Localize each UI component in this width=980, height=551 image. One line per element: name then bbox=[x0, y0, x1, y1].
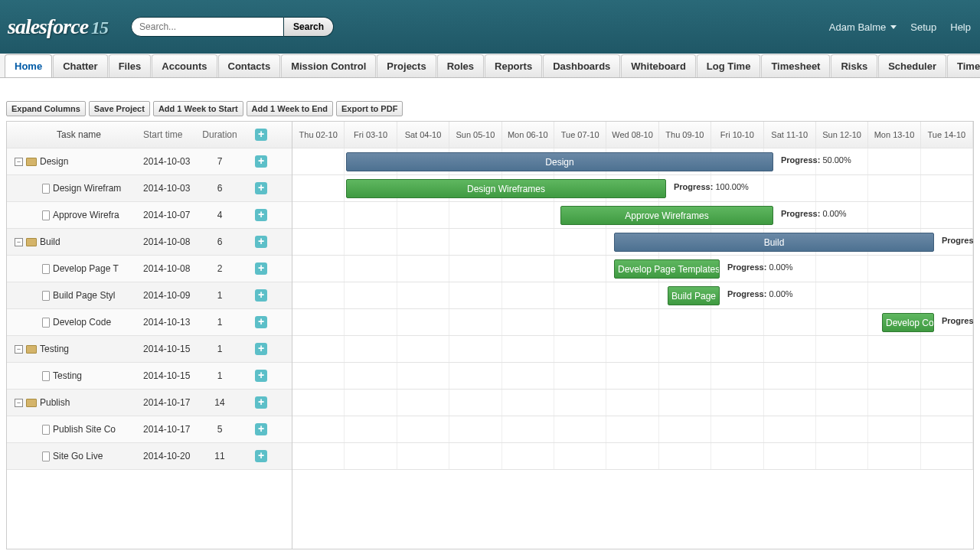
timeline-day: Sun 05-10 bbox=[449, 122, 501, 148]
gantt-chart: Task name Start time Duration + −Design2… bbox=[6, 121, 974, 549]
gantt-bar[interactable]: Develop Page Templates bbox=[614, 259, 720, 279]
task-row[interactable]: Testing2014-10-151+ bbox=[7, 363, 292, 390]
tab-scheduler[interactable]: Scheduler bbox=[878, 54, 946, 77]
header-bar: salesforce15 Search Adam Balme Setup Hel… bbox=[0, 0, 980, 54]
gantt-bar[interactable]: Design Wireframes bbox=[346, 179, 666, 198]
task-row[interactable]: Develop Code2014-10-131+ bbox=[7, 309, 292, 336]
task-start-label: 2014-10-03 bbox=[143, 183, 194, 194]
gantt-bar[interactable]: Approve Wireframes bbox=[560, 206, 773, 225]
help-link[interactable]: Help bbox=[950, 21, 971, 33]
collapse-icon[interactable]: − bbox=[15, 158, 23, 166]
task-duration-label: 14 bbox=[194, 397, 246, 408]
task-row[interactable]: Approve Wirefra2014-10-074+ bbox=[7, 202, 292, 229]
task-row[interactable]: −Build2014-10-086+ bbox=[7, 229, 292, 256]
expand-columns-button[interactable]: Expand Columns bbox=[6, 101, 86, 116]
tab-risks[interactable]: Risks bbox=[831, 54, 877, 77]
gantt-bar[interactable]: Design bbox=[346, 152, 773, 171]
timeline-header: Thu 02-10Fri 03-10Sat 04-10Sun 05-10Mon … bbox=[292, 122, 973, 148]
timeline-day: Sat 04-10 bbox=[397, 122, 449, 148]
tab-roles[interactable]: Roles bbox=[437, 54, 484, 77]
tab-contacts[interactable]: Contacts bbox=[218, 54, 281, 77]
task-row[interactable]: Develop Page T2014-10-082+ bbox=[7, 256, 292, 282]
task-name-label: Build bbox=[40, 236, 60, 247]
add-week-start-button[interactable]: Add 1 Week to Start bbox=[153, 101, 243, 116]
task-start-label: 2014-10-17 bbox=[143, 397, 194, 408]
add-task-icon[interactable]: + bbox=[255, 423, 267, 435]
add-column-icon[interactable]: + bbox=[255, 129, 267, 141]
setup-link[interactable]: Setup bbox=[910, 21, 936, 33]
task-start-label: 2014-10-15 bbox=[143, 370, 194, 381]
task-start-label: 2014-10-15 bbox=[143, 344, 194, 354]
caret-down-icon bbox=[890, 25, 897, 29]
task-name-label: Site Go Live bbox=[53, 451, 103, 461]
task-row[interactable]: −Publish2014-10-1714+ bbox=[7, 390, 292, 416]
export-pdf-button[interactable]: Export to PDF bbox=[336, 101, 403, 116]
gantt-bar[interactable]: Build bbox=[614, 233, 934, 252]
document-icon bbox=[42, 184, 50, 194]
col-start-time[interactable]: Start time bbox=[143, 129, 194, 140]
add-task-icon[interactable]: + bbox=[255, 289, 267, 302]
progress-label: Progress: 0.00% bbox=[727, 262, 793, 272]
task-row[interactable]: Publish Site Co2014-10-175+ bbox=[7, 416, 292, 443]
document-icon bbox=[42, 210, 50, 220]
tab-accounts[interactable]: Accounts bbox=[152, 54, 217, 77]
tab-reports[interactable]: Reports bbox=[485, 54, 542, 77]
task-start-label: 2014-10-07 bbox=[143, 210, 194, 220]
tab-home[interactable]: Home bbox=[5, 54, 52, 77]
tab-log-time[interactable]: Log Time bbox=[697, 54, 761, 77]
task-row[interactable]: −Testing2014-10-151+ bbox=[7, 336, 292, 363]
task-duration-label: 7 bbox=[194, 156, 246, 167]
collapse-icon[interactable]: − bbox=[15, 399, 23, 407]
progress-label: Progress: bbox=[942, 316, 973, 325]
add-task-icon[interactable]: + bbox=[255, 396, 267, 409]
task-row[interactable]: Site Go Live2014-10-2011+ bbox=[7, 443, 292, 470]
task-duration-label: 11 bbox=[194, 451, 246, 461]
tab-files[interactable]: Files bbox=[109, 54, 152, 77]
col-duration[interactable]: Duration bbox=[194, 129, 246, 140]
progress-label: Progress: 100.00% bbox=[674, 182, 749, 191]
collapse-icon[interactable]: − bbox=[15, 345, 23, 354]
progress-label: Progress: 0.00% bbox=[781, 209, 847, 218]
timeline-pane[interactable]: Thu 02-10Fri 03-10Sat 04-10Sun 05-10Mon … bbox=[292, 122, 973, 549]
task-duration-label: 2 bbox=[194, 263, 246, 274]
add-week-end-button[interactable]: Add 1 Week to End bbox=[247, 101, 333, 116]
tab-mission-control[interactable]: Mission Control bbox=[281, 54, 376, 77]
add-task-icon[interactable]: + bbox=[255, 370, 267, 382]
col-task-name[interactable]: Task name bbox=[7, 129, 143, 140]
search-input[interactable] bbox=[131, 17, 284, 37]
document-icon bbox=[42, 452, 50, 461]
save-project-button[interactable]: Save Project bbox=[89, 101, 150, 116]
collapse-icon[interactable]: − bbox=[15, 238, 23, 246]
add-task-icon[interactable]: + bbox=[255, 209, 267, 221]
timeline-day: Wed 08-10 bbox=[606, 122, 658, 148]
task-row[interactable]: Design Wirefram2014-10-036+ bbox=[7, 175, 292, 202]
document-icon bbox=[42, 371, 50, 381]
timeline-day: Sat 11-10 bbox=[764, 122, 816, 148]
add-task-icon[interactable]: + bbox=[255, 155, 267, 168]
add-task-icon[interactable]: + bbox=[255, 450, 267, 462]
add-task-icon[interactable]: + bbox=[255, 316, 267, 328]
add-task-icon[interactable]: + bbox=[255, 262, 267, 275]
tab-time-logger[interactable]: Time Logger bbox=[947, 54, 980, 77]
tab-whiteboard[interactable]: Whiteboard bbox=[621, 54, 696, 77]
gantt-bar[interactable]: Develop Co bbox=[882, 313, 934, 332]
search-button[interactable]: Search bbox=[284, 17, 334, 37]
user-menu[interactable]: Adam Balme bbox=[829, 21, 897, 33]
tab-chatter[interactable]: Chatter bbox=[53, 54, 108, 77]
document-icon bbox=[42, 425, 50, 435]
task-list-pane: Task name Start time Duration + −Design2… bbox=[7, 122, 292, 549]
add-task-icon[interactable]: + bbox=[255, 236, 267, 248]
add-task-icon[interactable]: + bbox=[255, 182, 267, 194]
tab-dashboards[interactable]: Dashboards bbox=[543, 54, 620, 77]
tab-timesheet[interactable]: Timesheet bbox=[761, 54, 830, 77]
timeline-day: Mon 13-10 bbox=[868, 122, 920, 148]
gantt-bar[interactable]: Build Page S bbox=[668, 286, 720, 305]
task-duration-label: 1 bbox=[194, 317, 246, 328]
task-row[interactable]: Build Page Styl2014-10-091+ bbox=[7, 282, 292, 309]
progress-label: Progress: bbox=[942, 236, 973, 245]
add-task-icon[interactable]: + bbox=[255, 343, 267, 355]
folder-icon bbox=[26, 158, 37, 166]
task-row[interactable]: −Design2014-10-037+ bbox=[7, 148, 292, 175]
tab-projects[interactable]: Projects bbox=[377, 54, 436, 77]
document-icon bbox=[42, 291, 50, 301]
